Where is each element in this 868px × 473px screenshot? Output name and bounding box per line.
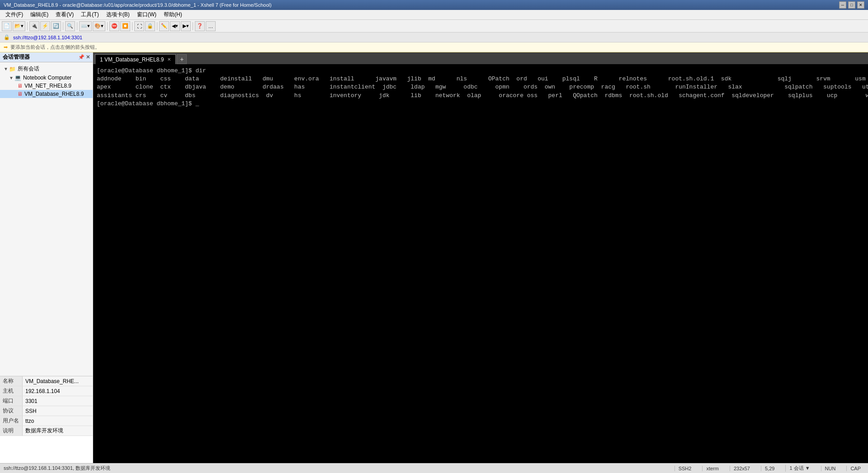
- terminal-area: 1 VM_Database_RHEL8.9 ✕ + ◀ ▶ [oracle@Da…: [93, 52, 868, 463]
- tab-vm-database[interactable]: 1 VM_Database_RHEL8.9 ✕: [95, 54, 176, 64]
- tree-item-notebook[interactable]: ▼ 💻 Notebook Computer: [0, 74, 93, 82]
- tab-add-button[interactable]: +: [177, 54, 187, 64]
- sidebar-header: 会话管理器 📌 ✕: [0, 52, 93, 62]
- title-bar: VM_Database_RHEL8.9 - oracle@Database:/u…: [0, 0, 868, 10]
- tree-label-vm-net: VM_NET_RHEL8.9: [24, 83, 71, 89]
- status-bar: ssh://ttzo@192.168.1.104:3301, 数据库开发环境 S…: [0, 463, 868, 473]
- tb-lock[interactable]: 🔒: [145, 21, 155, 31]
- notice-text: 要添加当前会话，点击左侧的箭头按钮。: [10, 44, 100, 51]
- terminal-line-3: assistants crs cv dbs diagnostics dv hs …: [97, 92, 868, 99]
- close-button[interactable]: ✕: [857, 1, 864, 9]
- menu-tools[interactable]: 工具(T): [77, 10, 102, 19]
- status-term: xterm: [702, 466, 722, 471]
- status-sessions: 1 会话 ▼: [785, 465, 813, 472]
- tb-arrow-left[interactable]: ◀▾: [170, 21, 180, 31]
- tree-label-vm-db: VM_Database_RHEL8.9: [24, 91, 84, 97]
- maximize-button[interactable]: □: [848, 1, 855, 9]
- sidebar-close-button[interactable]: ✕: [86, 54, 90, 60]
- menu-view[interactable]: 查看(V): [52, 10, 77, 19]
- menu-bar: 文件(F) 编辑(E) 查看(V) 工具(T) 选项卡(B) 窗口(W) 帮助(…: [0, 10, 868, 20]
- menu-tabs[interactable]: 选项卡(B): [103, 10, 133, 19]
- status-left: ssh://ttzo@192.168.1.104:3301, 数据库开发环境: [4, 465, 675, 472]
- tb-fullscreen[interactable]: ⛶: [134, 21, 144, 31]
- status-cap: CAP: [846, 466, 864, 471]
- menu-edit[interactable]: 编辑(E): [27, 10, 52, 19]
- tb-reconnect[interactable]: 🔄: [51, 21, 61, 31]
- terminal-line-4: [oracle@Database dbhome_1]$ _: [97, 100, 199, 107]
- server-icon-vm-net: 🖥: [17, 83, 23, 89]
- tree-label-notebook: Notebook Computer: [23, 75, 71, 81]
- info-notes: [0, 436, 93, 463]
- terminal-screen[interactable]: [oracle@Database dbhome_1]$ dir addnode …: [93, 64, 868, 463]
- tb-compose[interactable]: ✏️: [159, 21, 169, 31]
- status-size: 232x57: [730, 466, 754, 471]
- status-num: NUN: [821, 466, 840, 471]
- info-val-port: 3301: [23, 398, 93, 404]
- info-row-host: 主机 192.168.1.104: [0, 386, 93, 396]
- main-area: 会话管理器 📌 ✕ ▼ 📁 所有会话 ▼ 💻 Notebook Computer: [0, 52, 868, 463]
- info-val-host: 192.168.1.104: [23, 388, 93, 394]
- info-val-user: ttzo: [23, 418, 93, 424]
- status-ssh: SSH2: [675, 466, 695, 471]
- tab-close-button[interactable]: ✕: [167, 57, 171, 62]
- sidebar-header-icons: 📌 ✕: [78, 54, 90, 60]
- info-key-user: 用户名: [0, 416, 23, 426]
- computer-icon: 💻: [14, 75, 21, 81]
- tb-open[interactable]: 📂▾: [13, 21, 25, 31]
- server-icon-vm-db: 🖥: [17, 91, 23, 97]
- tb-disconnect[interactable]: ⚡: [40, 21, 50, 31]
- tb-sep-6: [157, 22, 157, 30]
- terminal-line-0: [oracle@Database dbhome_1]$ dir: [97, 67, 206, 74]
- sidebar-title: 会话管理器: [3, 53, 30, 61]
- tb-sep-2: [63, 22, 63, 30]
- info-key-name: 名称: [0, 376, 23, 386]
- tb-sep-3: [77, 22, 77, 30]
- toolbar: 📄 📂▾ 🔌 ⚡ 🔄 🔍 ⌨️▾ 🎨▾ ⛔ ⏺️ ⛶ 🔒 ✏️ ◀▾ ▶▾ ❓ …: [0, 20, 868, 33]
- status-right: SSH2 xterm 232x57 5,29 1 会话 ▼ NUN CAP: [675, 465, 864, 472]
- tb-extra[interactable]: …: [206, 21, 216, 31]
- tree-toggle-all: ▼: [4, 66, 8, 71]
- tb-new-session[interactable]: 📄: [2, 21, 12, 31]
- menu-window[interactable]: 窗口(W): [133, 10, 160, 19]
- tree-item-all-sessions[interactable]: ▼ 📁 所有会话: [0, 64, 93, 74]
- info-row-name: 名称 VM_Database_RHE...: [0, 376, 93, 386]
- sidebar: 会话管理器 📌 ✕ ▼ 📁 所有会话 ▼ 💻 Notebook Computer: [0, 52, 93, 463]
- tab-label: 1 VM_Database_RHEL8.9: [100, 56, 164, 63]
- tree-item-vm-net[interactable]: 🖥 VM_NET_RHEL8.9: [0, 82, 93, 90]
- session-bar: 🔒 ssh://ttzo@192.168.1.104:3301: [0, 33, 868, 42]
- tb-stop[interactable]: ⛔: [109, 21, 119, 31]
- title-bar-buttons: ─ □ ✕: [839, 1, 864, 9]
- title-text: VM_Database_RHEL8.9 - oracle@Database:/u…: [4, 2, 839, 8]
- sidebar-tree: ▼ 📁 所有会话 ▼ 💻 Notebook Computer 🖥 VM_NET_…: [0, 62, 93, 376]
- info-key-note: 说明: [0, 426, 23, 436]
- session-lock-icon: 🔒: [4, 34, 10, 40]
- menu-file[interactable]: 文件(F): [2, 10, 27, 19]
- info-row-port: 端口 3301: [0, 396, 93, 406]
- info-row-user: 用户名 ttzo: [0, 416, 93, 426]
- info-val-name: VM_Database_RHE...: [23, 378, 93, 384]
- tb-help[interactable]: ❓: [195, 21, 205, 31]
- info-row-protocol: 协议 SSH: [0, 406, 93, 416]
- tb-sep-4: [107, 22, 108, 30]
- info-key-port: 端口: [0, 396, 23, 406]
- tb-sep-5: [132, 22, 132, 30]
- tree-label-all: 所有会话: [18, 65, 39, 73]
- menu-help[interactable]: 帮助(H): [160, 10, 186, 19]
- info-key-protocol: 协议: [0, 406, 23, 416]
- info-panel: 名称 VM_Database_RHE... 主机 192.168.1.104 端…: [0, 376, 93, 463]
- tb-record[interactable]: ⏺️: [120, 21, 130, 31]
- terminal-line-1: addnode bin css data deinstall dmu env.o…: [97, 75, 868, 82]
- info-val-protocol: SSH: [23, 408, 93, 414]
- tb-color[interactable]: 🎨▾: [93, 21, 105, 31]
- tb-keybinding[interactable]: ⌨️▾: [79, 21, 92, 31]
- tb-connect[interactable]: 🔌: [29, 21, 39, 31]
- tb-arrow-right[interactable]: ▶▾: [181, 21, 191, 31]
- tab-bar: 1 VM_Database_RHEL8.9 ✕ + ◀ ▶: [93, 52, 868, 64]
- tree-item-vm-db[interactable]: 🖥 VM_Database_RHEL8.9: [0, 90, 93, 98]
- tb-search[interactable]: 🔍: [65, 21, 75, 31]
- tb-sep-1: [27, 22, 28, 30]
- tree-toggle-notebook: ▼: [9, 75, 14, 80]
- info-val-note: 数据库开发环境: [23, 427, 93, 435]
- minimize-button[interactable]: ─: [839, 1, 846, 9]
- sidebar-pin-button[interactable]: 📌: [78, 54, 85, 60]
